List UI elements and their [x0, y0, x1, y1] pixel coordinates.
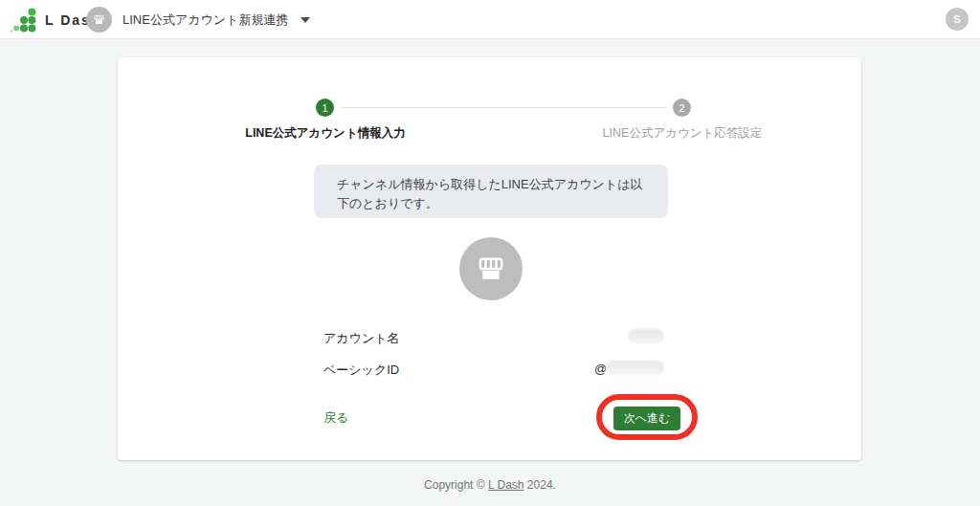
- storefront-icon: [92, 12, 106, 27]
- user-avatar[interactable]: S: [946, 8, 969, 31]
- account-name-label: アカウント名: [323, 330, 400, 347]
- workspace-store-badge: [86, 7, 112, 33]
- account-name-value-redacted: [628, 329, 664, 343]
- footer-brand-link[interactable]: L Dash: [488, 478, 524, 492]
- stepper-connector: [341, 107, 666, 108]
- chevron-down-icon: [301, 17, 310, 23]
- storefront-icon: [473, 251, 509, 287]
- linking-wizard-card: 1 2 LINE公式アカウント情報入力 LINE公式アカウント応答設定 チャンネ…: [118, 57, 861, 460]
- copyright-prefix: Copyright ©: [424, 478, 488, 492]
- page-footer: Copyright © L Dash 2024.: [0, 478, 980, 492]
- notice-box: チャンネル情報から取得したLINE公式アカウントは以下のとおりです。: [314, 165, 668, 218]
- logo-dots-icon: [10, 7, 38, 33]
- copyright-suffix: 2024.: [524, 478, 556, 492]
- step-1-label: LINE公式アカウント情報入力: [182, 125, 469, 142]
- app-header: L Dash LINE公式アカウント新規連携 S: [0, 0, 980, 39]
- step-2-circle: 2: [673, 99, 691, 117]
- step-1-circle: 1: [316, 99, 334, 117]
- basic-id-label: ベーシックID: [323, 362, 399, 379]
- back-link[interactable]: 戻る: [323, 409, 348, 427]
- next-button[interactable]: 次へ進む: [613, 407, 680, 430]
- workspace-switcher[interactable]: LINE公式アカウント新規連携: [122, 0, 310, 39]
- basic-id-value-redacted: [606, 361, 664, 375]
- step-2-label: LINE公式アカウント応答設定: [539, 125, 826, 142]
- workspace-title: LINE公式アカウント新規連携: [122, 11, 288, 29]
- account-store-avatar: [459, 237, 523, 300]
